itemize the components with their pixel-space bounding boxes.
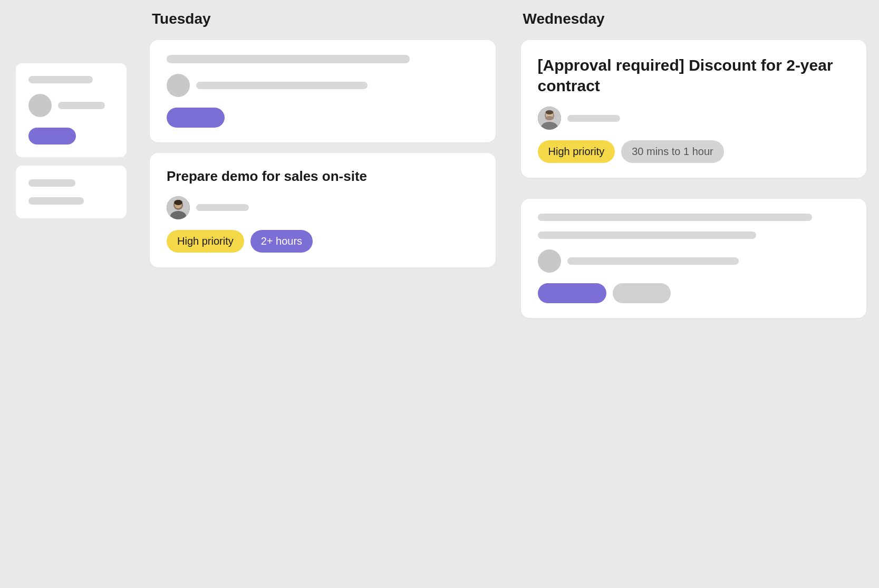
task-title: Prepare demo for sales on-site — [167, 168, 479, 186]
skeleton-line — [567, 257, 739, 265]
task-content: [Approval required] Discount for 2-year … — [538, 55, 850, 163]
skeleton-tag-gray — [613, 283, 671, 303]
skeleton-row — [538, 249, 850, 273]
wednesday-column: Wednesday [Approval required] Discount f… — [508, 0, 880, 588]
task-content: Prepare demo for sales on-site — [167, 168, 479, 253]
tuesday-task-card[interactable]: Prepare demo for sales on-site — [150, 153, 496, 267]
skeleton-tags-row — [167, 108, 479, 128]
wednesday-cards: [Approval required] Discount for 2-year … — [521, 40, 867, 318]
left-card-2 — [16, 166, 127, 218]
task-meta-row — [538, 107, 850, 130]
skeleton-avatar — [538, 249, 561, 273]
skeleton-tag-purple — [28, 128, 76, 144]
skeleton-line — [28, 76, 93, 83]
tuesday-cards: Prepare demo for sales on-site — [150, 40, 496, 267]
assignee-avatar — [538, 107, 561, 130]
task-tags: High priority 30 mins to 1 hour — [538, 140, 850, 163]
tuesday-header: Tuesday — [150, 11, 496, 27]
skeleton-row — [28, 94, 114, 117]
skeleton-content — [538, 214, 850, 303]
duration-tag: 30 mins to 1 hour — [621, 140, 724, 163]
wednesday-approval-card[interactable]: [Approval required] Discount for 2-year … — [521, 40, 867, 178]
tuesday-column: Tuesday Prepare demo for sa — [137, 0, 508, 588]
skeleton-avatar — [167, 74, 190, 97]
task-meta-row — [167, 196, 479, 219]
skeleton-line — [538, 214, 813, 221]
duration-tag: 2+ hours — [250, 230, 313, 253]
main-layout: Tuesday Prepare demo for sa — [0, 0, 879, 588]
skeleton-line — [28, 179, 75, 187]
assignee-name-skeleton — [567, 115, 620, 122]
skeleton-tags-row — [538, 283, 850, 303]
high-priority-tag: High priority — [167, 230, 244, 253]
skeleton-tag-purple — [538, 283, 606, 303]
skeleton-line — [58, 102, 105, 109]
wednesday-header: Wednesday — [521, 11, 867, 27]
approval-title: [Approval required] Discount for 2-year … — [538, 55, 850, 96]
skeleton-line — [538, 232, 756, 239]
assignee-name-skeleton — [196, 204, 249, 211]
high-priority-tag: High priority — [538, 140, 615, 163]
skeleton-avatar — [28, 94, 52, 117]
skeleton-row — [167, 74, 479, 97]
skeleton-line — [196, 82, 368, 89]
skeleton-line — [28, 197, 84, 205]
skeleton-tag-purple — [167, 108, 225, 128]
tuesday-skeleton-card[interactable] — [150, 40, 496, 142]
skeleton-line — [167, 55, 410, 63]
wednesday-skeleton-card[interactable] — [521, 199, 867, 318]
svg-point-9 — [545, 110, 553, 114]
assignee-avatar — [167, 196, 190, 219]
left-card-1 — [16, 63, 127, 157]
svg-point-4 — [174, 200, 182, 205]
skeleton-content — [167, 55, 479, 128]
task-tags: High priority 2+ hours — [167, 230, 479, 253]
svg-point-10 — [545, 116, 554, 120]
left-panel — [0, 0, 137, 588]
